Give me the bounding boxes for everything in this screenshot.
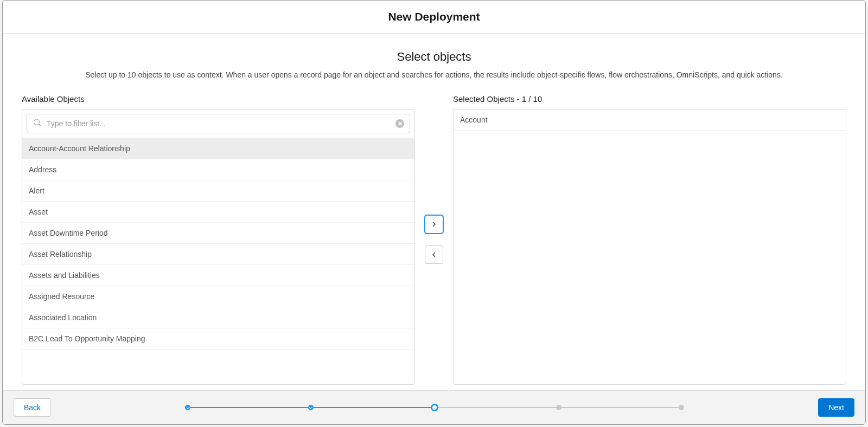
available-objects-panel: Available Objects ✕ Account-Account Rela… [22, 94, 415, 385]
list-item[interactable]: Alert [22, 180, 414, 202]
progress-segment [314, 407, 431, 408]
selected-objects-panel: Selected Objects - 1 / 10 Account [453, 94, 846, 385]
list-item[interactable]: Account-Account Relationship [22, 138, 414, 159]
progress-step-4 [556, 405, 561, 410]
search-input[interactable] [27, 114, 410, 133]
chevron-left-icon [431, 252, 437, 257]
list-item[interactable]: Account [454, 109, 846, 131]
progress-segment [438, 407, 556, 408]
modal-content: Select objects Select up to 10 objects t… [3, 34, 865, 390]
next-button[interactable]: Next [818, 398, 854, 417]
dual-list-container: Available Objects ✕ Account-Account Rela… [22, 94, 846, 385]
progress-step-3 [431, 404, 438, 411]
chevron-right-icon [431, 222, 437, 227]
list-item[interactable]: Assets and Liabilities [22, 265, 414, 286]
progress-step-1 [185, 405, 190, 410]
selected-objects-label: Selected Objects - 1 / 10 [453, 94, 846, 103]
list-item[interactable]: Asset Relationship [22, 244, 414, 265]
search-bar: ✕ [22, 109, 414, 138]
clear-search-icon[interactable]: ✕ [395, 119, 404, 128]
new-deployment-modal: New Deployment Select objects Select up … [2, 0, 866, 425]
available-items-scroll[interactable]: Account-Account Relationship Address Ale… [22, 138, 414, 384]
transfer-controls [424, 215, 444, 264]
selected-objects-listbox[interactable]: Account [453, 109, 846, 385]
progress-indicator-wrap [51, 407, 818, 408]
move-right-button[interactable] [425, 215, 443, 234]
progress-segment [190, 407, 308, 408]
available-objects-listbox: ✕ Account-Account Relationship Address A… [22, 109, 415, 385]
search-icon [34, 119, 41, 128]
section-title: Select objects [22, 50, 846, 64]
progress-step-2 [308, 405, 314, 410]
section-description: Select up to 10 objects to use as contex… [22, 70, 846, 79]
modal-footer: Back Next [3, 390, 865, 424]
list-item[interactable]: B2C Lead To Opportunity Mapping [22, 328, 414, 350]
modal-title: New Deployment [3, 10, 865, 23]
modal-header: New Deployment [3, 1, 865, 34]
progress-segment [561, 407, 679, 408]
list-item[interactable]: Asset Downtime Period [22, 223, 414, 244]
back-button[interactable]: Back [14, 398, 51, 417]
list-item[interactable]: Associated Location [22, 307, 414, 328]
list-item[interactable]: Address [22, 159, 414, 180]
search-input-wrap: ✕ [27, 114, 410, 133]
progress-step-5 [679, 405, 684, 410]
progress-indicator [185, 407, 684, 408]
available-objects-label: Available Objects [22, 94, 415, 103]
list-item[interactable]: Assigned Resource [22, 286, 414, 307]
list-item[interactable]: Asset [22, 202, 414, 223]
move-left-button[interactable] [425, 245, 443, 264]
